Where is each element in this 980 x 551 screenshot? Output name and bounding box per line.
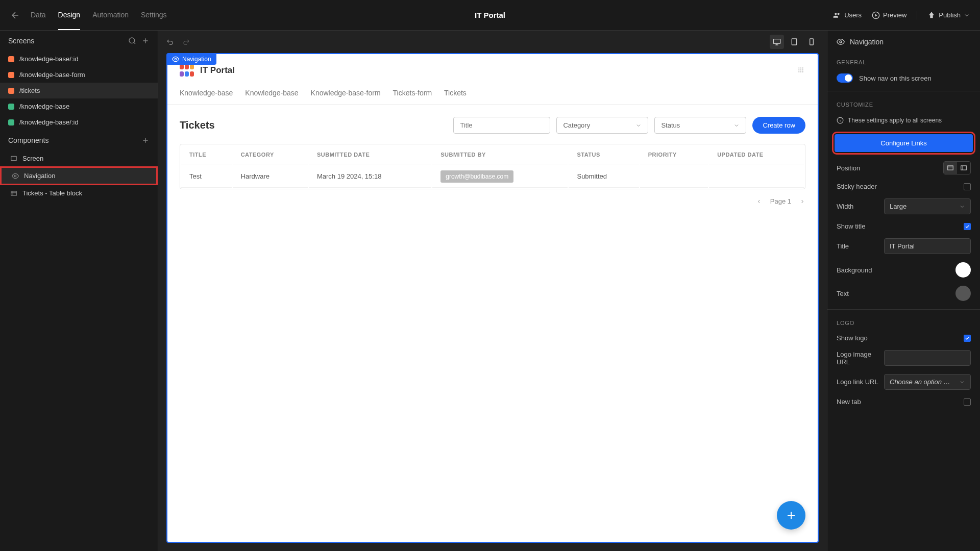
create-row-button[interactable]: Create row: [752, 117, 805, 134]
users-icon: [833, 11, 841, 19]
table-row[interactable]: Test Hardware March 19 2024, 15:18 growt…: [181, 165, 804, 188]
position-top[interactable]: [944, 162, 957, 174]
status-filter-select[interactable]: Status: [654, 117, 746, 134]
top-header: Data Design Automation Settings IT Porta…: [0, 0, 980, 31]
tab-settings[interactable]: Settings: [141, 1, 167, 30]
component-navigation[interactable]: Navigation: [0, 166, 158, 185]
preview-button[interactable]: Preview: [872, 11, 906, 19]
screen-path: /knowledge-base-form: [19, 71, 85, 79]
select-value: Choose an option …: [890, 378, 950, 386]
fab-add-button[interactable]: [777, 501, 805, 530]
undo-icon[interactable]: [166, 38, 175, 46]
svg-point-17: [802, 67, 803, 68]
color-swatch-icon: [8, 104, 14, 110]
col-header: PRIORITY: [640, 145, 708, 164]
col-header: STATUS: [569, 145, 639, 164]
info-text: These settings apply to all screens: [848, 117, 942, 124]
title-filter-input[interactable]: [453, 117, 550, 134]
configure-links-button[interactable]: Configure Links: [835, 134, 973, 152]
component-table-block[interactable]: Tickets - Table block: [0, 185, 158, 201]
next-page-icon[interactable]: [799, 198, 805, 205]
publish-button[interactable]: Publish: [917, 11, 970, 19]
tab-data[interactable]: Data: [31, 1, 46, 30]
back-arrow-icon[interactable]: [10, 10, 20, 20]
screen-path: /knowledge-base/:id: [19, 55, 79, 63]
search-icon[interactable]: [128, 37, 136, 45]
nav-item[interactable]: Tickets-form: [393, 89, 432, 97]
add-component-icon[interactable]: [141, 136, 150, 144]
screen-item[interactable]: /knowledge-base/:id: [0, 114, 158, 130]
screen-item[interactable]: /knowledge-base-form: [0, 67, 158, 83]
screen-item[interactable]: /tickets: [0, 83, 158, 98]
background-label: Background: [837, 266, 872, 274]
app-title: IT Portal: [475, 11, 505, 19]
page-title: Tickets: [180, 119, 447, 131]
redo-icon[interactable]: [182, 38, 190, 46]
select-label: Status: [661, 121, 680, 129]
logo-link-select[interactable]: Choose an option …: [884, 374, 971, 390]
show-nav-toggle[interactable]: [837, 73, 853, 83]
prev-page-icon[interactable]: [756, 198, 762, 205]
eye-icon: [172, 56, 179, 63]
canvas-toolbar: [158, 31, 827, 53]
component-list: Screen Navigation Tickets - Table block: [0, 151, 158, 201]
users-button[interactable]: Users: [833, 11, 862, 19]
cell-submitter: growth@budibase.com: [432, 165, 568, 188]
svg-point-22: [800, 71, 801, 72]
nav-item[interactable]: Knowledge-base-form: [311, 89, 381, 97]
position-left[interactable]: [957, 162, 970, 174]
device-mobile[interactable]: [804, 35, 819, 49]
device-desktop[interactable]: [770, 35, 784, 49]
svg-rect-12: [180, 71, 184, 77]
nav-item[interactable]: Knowledge-base: [245, 89, 298, 97]
svg-point-15: [798, 67, 799, 68]
cell-updated: [709, 165, 804, 188]
nav-item[interactable]: Knowledge-base: [180, 89, 233, 97]
add-screen-icon[interactable]: [141, 37, 150, 45]
text-color-swatch[interactable]: [955, 286, 971, 301]
section-general: GENERAL: [827, 53, 980, 69]
pagination: Page 1: [180, 197, 805, 205]
background-color-swatch[interactable]: [955, 262, 971, 278]
width-select[interactable]: Large: [884, 198, 971, 214]
component-screen[interactable]: Screen: [0, 151, 158, 166]
publish-label: Publish: [939, 11, 961, 19]
svg-rect-14: [190, 71, 194, 77]
show-title-checkbox[interactable]: [964, 223, 971, 230]
device-tablet[interactable]: [787, 35, 801, 49]
page-indicator: Page 1: [770, 197, 791, 205]
info-icon: [837, 117, 844, 124]
col-header: SUBMITTED BY: [432, 145, 568, 164]
title-input[interactable]: [884, 238, 971, 254]
svg-point-8: [175, 58, 177, 60]
drag-handle-icon[interactable]: [796, 65, 805, 76]
component-label: Screen: [22, 155, 43, 162]
svg-rect-5: [773, 39, 780, 44]
svg-rect-7: [810, 39, 814, 45]
new-tab-checkbox[interactable]: [964, 398, 971, 406]
sticky-checkbox[interactable]: [964, 183, 971, 190]
preview-frame[interactable]: Navigation IT Portal Knowledge-base Know…: [166, 53, 819, 543]
nav-item[interactable]: Tickets: [444, 89, 467, 97]
svg-rect-11: [190, 64, 194, 69]
component-label: Tickets - Table block: [22, 189, 82, 197]
tab-automation[interactable]: Automation: [92, 1, 129, 30]
svg-rect-10: [185, 64, 189, 69]
color-swatch-icon: [8, 72, 14, 78]
eye-icon: [837, 38, 845, 46]
svg-point-1: [129, 38, 135, 43]
top-actions: Users Preview Publish: [833, 11, 970, 19]
logo-url-input[interactable]: [884, 350, 971, 366]
show-logo-checkbox[interactable]: [964, 335, 971, 342]
width-label: Width: [837, 203, 853, 210]
screen-path: /knowledge-base: [19, 103, 69, 110]
screen-item[interactable]: /knowledge-base: [0, 98, 158, 114]
svg-rect-26: [948, 166, 953, 170]
tab-design[interactable]: Design: [58, 1, 81, 30]
category-filter-select[interactable]: Category: [556, 117, 648, 134]
col-header: TITLE: [181, 145, 232, 164]
color-swatch-icon: [8, 56, 14, 62]
cell-priority: [640, 165, 708, 188]
plus-icon: [785, 509, 797, 521]
screen-item[interactable]: /knowledge-base/:id: [0, 51, 158, 67]
